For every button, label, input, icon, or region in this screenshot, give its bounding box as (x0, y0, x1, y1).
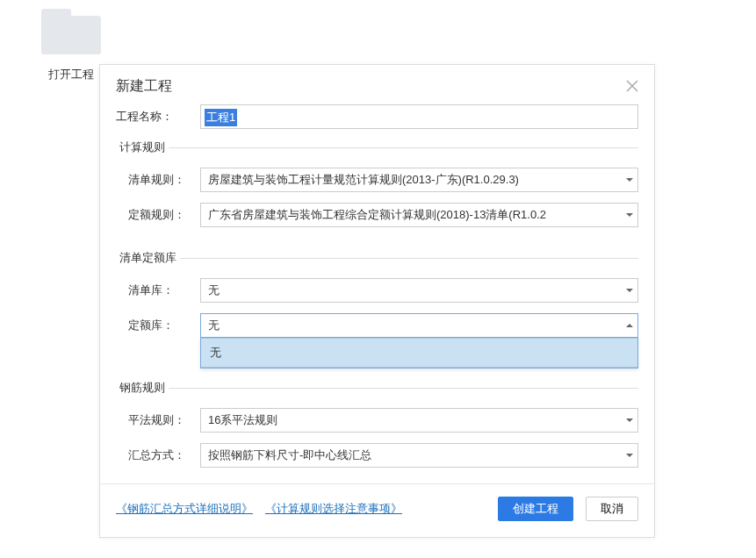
dialog-footer: 《钢筋汇总方式详细说明》 《计算规则选择注意事项》 创建工程 取消 (100, 483, 654, 537)
quota-lib-label: 定额库： (128, 318, 200, 333)
quota-lib-dropdown: 无 (200, 337, 638, 368)
list-rule-label: 清单规则： (128, 172, 200, 188)
project-name-label: 工程名称： (116, 109, 200, 125)
quota-rule-label: 定额规则： (128, 207, 200, 223)
cancel-button[interactable]: 取消 (586, 497, 638, 521)
library-group: 清单定额库 清单库： 无 定额库： 无 (116, 250, 638, 368)
rebar-legend: 钢筋规则 (116, 380, 169, 396)
quota-lib-select[interactable]: 无 (200, 313, 638, 338)
folder-icon (40, 4, 103, 54)
flat-rule-label: 平法规则： (128, 412, 200, 428)
link-rebar-detail[interactable]: 《钢筋汇总方式详细说明》 (116, 501, 253, 517)
library-legend: 清单定额库 (116, 250, 180, 266)
summary-label: 汇总方式： (128, 447, 200, 463)
flat-rule-select[interactable]: 16系平法规则 (200, 408, 638, 433)
calc-rules-group: 计算规则 清单规则： 房屋建筑与装饰工程计量规范计算规则(2013-广东)(R1… (116, 140, 638, 238)
calc-rules-legend: 计算规则 (116, 140, 169, 155)
list-rule-select[interactable]: 房屋建筑与装饰工程计量规范计算规则(2013-广东)(R1.0.29.3) (200, 168, 638, 192)
close-icon[interactable] (626, 79, 638, 95)
create-project-button[interactable]: 创建工程 (498, 497, 573, 521)
quota-rule-select[interactable]: 广东省房屋建筑与装饰工程综合定额计算规则(2018)-13清单(R1.0.2 (200, 203, 638, 227)
link-calc-notes[interactable]: 《计算规则选择注意事项》 (265, 501, 402, 517)
new-project-dialog: 新建工程 工程名称： 工程1 计算规则 清单规则： 房屋建筑与装饰工程计量规范计… (99, 64, 655, 538)
quota-lib-option-none[interactable]: 无 (201, 338, 637, 368)
dialog-title: 新建工程 (116, 77, 172, 96)
list-lib-label: 清单库： (128, 283, 200, 298)
list-lib-select[interactable]: 无 (200, 278, 638, 303)
rebar-group: 钢筋规则 平法规则： 16系平法规则 汇总方式： (116, 380, 638, 478)
summary-select[interactable]: 按照钢筋下料尺寸-即中心线汇总 (200, 443, 638, 468)
project-name-input[interactable]: 工程1 (200, 104, 638, 129)
